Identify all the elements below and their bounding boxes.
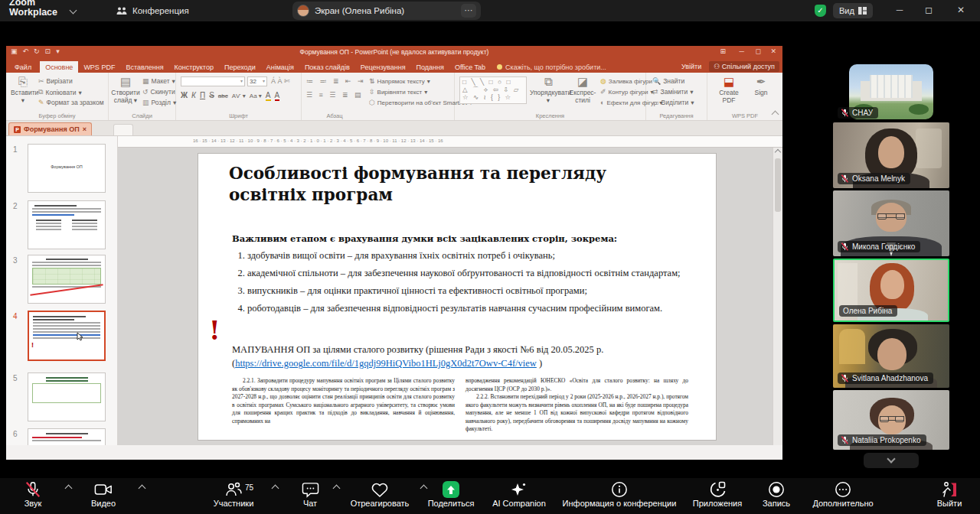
italic-button[interactable]: К xyxy=(191,91,196,99)
select-button[interactable]: ▭Виділити ▾ xyxy=(652,99,694,106)
document-tab[interactable]: P Формування ОП × xyxy=(8,122,92,135)
slide-numbered-list[interactable]: здобувачів вищої освіти – для врахування… xyxy=(232,250,688,320)
sign-button[interactable]: ✒Sign xyxy=(749,75,773,96)
more-button[interactable]: Дополнительно xyxy=(805,480,880,508)
vertical-scrollbar[interactable] xyxy=(773,148,782,445)
tab-home[interactable]: Основне xyxy=(40,61,78,73)
ribbon-options-icon[interactable]: ⊞ xyxy=(720,47,726,55)
font-size-combo[interactable]: ▾32 xyxy=(247,76,267,86)
tab-screen-share[interactable]: Экран (Олена Рибіна) ⋯ xyxy=(292,2,481,20)
tab-review[interactable]: Рецензування xyxy=(355,61,411,73)
tab-design[interactable]: Конструктор xyxy=(169,61,219,73)
scrollbar-thumb[interactable] xyxy=(775,158,781,212)
meeting-info-button[interactable]: Информация о конференции xyxy=(557,480,681,508)
sign-in-button[interactable]: Увійти xyxy=(681,63,701,70)
tab-wps-pdf[interactable]: WPS PDF xyxy=(78,61,120,73)
slide-canvas[interactable]: Особливості формування та перегляду осві… xyxy=(198,153,717,441)
video-options-chevron[interactable] xyxy=(139,485,146,493)
text-direction-button[interactable]: ⇅Напрямок тексту ▾ xyxy=(369,77,430,85)
close-button[interactable]: ✕ xyxy=(948,0,974,21)
reactions-button[interactable]: Отреагировать xyxy=(345,480,415,508)
strikethrough-button[interactable]: S xyxy=(209,91,214,99)
chat-options-chevron[interactable] xyxy=(333,485,341,493)
tab-insert[interactable]: Вставлення xyxy=(120,61,168,73)
ppt-restore-button[interactable]: ◻ xyxy=(756,47,761,55)
participants-button[interactable]: Участники 75 xyxy=(201,480,266,508)
tab-slideshow[interactable]: Показ слайдів xyxy=(299,61,355,73)
format-painter-button[interactable]: ✎Формат за зразком xyxy=(38,99,104,106)
ai-companion-button[interactable]: AI Companion xyxy=(485,480,553,508)
tab-animations[interactable]: Анімація xyxy=(261,61,299,73)
document-tab-close-icon[interactable]: × xyxy=(83,125,87,133)
slide-thumbnail-1[interactable]: Формування ОП xyxy=(28,144,106,193)
quick-styles-button[interactable]: ◪Експрес-стилі xyxy=(567,75,599,104)
video-tile-nataliia[interactable]: Nataliia Prokopenko xyxy=(833,390,949,450)
arrange-button[interactable]: ⧉Упорядкувати▾ xyxy=(530,75,567,104)
bold-button[interactable]: Ж xyxy=(181,91,188,99)
find-button[interactable]: 🔍Знайти xyxy=(652,77,684,85)
tab-file[interactable]: Файл xyxy=(6,61,40,73)
change-case-button[interactable]: Аа ▾ xyxy=(250,93,262,99)
mapping-paragraph[interactable]: МАПУВАННЯ ОП за цілями сталого розвитку … xyxy=(232,343,688,370)
ppt-minimize-button[interactable]: ─ xyxy=(740,47,744,55)
slide-thumbnail-panel[interactable]: 1 Формування ОП 2 3 4 xyxy=(6,136,118,445)
list-indent-buttons[interactable]: ≔ ≕ ≣ ⇤ ⇥ ↕ xyxy=(306,77,376,85)
layout-button[interactable]: ▦Макет ▾ xyxy=(142,77,175,85)
font-name-combo[interactable]: ▾ xyxy=(181,76,245,86)
paste-button[interactable]: ⎘Вставити▾ xyxy=(11,75,35,104)
align-text-button[interactable]: ⇳Вирівняти текст ▾ xyxy=(369,88,427,96)
slide-thumbnail-4-selected[interactable]: ! xyxy=(28,311,106,361)
reset-button[interactable]: ↺Скинути xyxy=(142,88,175,96)
ppt-close-button[interactable]: ✕ xyxy=(770,47,776,55)
horizontal-ruler[interactable]: 16 · 15 · 14 · 13 · 12 · 11 · 10 · 9 · 8… xyxy=(118,136,782,148)
highlight-color-button[interactable]: А xyxy=(266,91,271,101)
create-pdf-button[interactable]: ⬓Create PDF xyxy=(712,75,746,104)
underline-button[interactable]: П xyxy=(200,91,205,99)
drive-link[interactable]: https://drive.google.com/file/d/1gqdj99H… xyxy=(235,358,537,369)
tab-office-tab[interactable]: Office Tab xyxy=(449,61,491,73)
slide-thumbnail-5[interactable] xyxy=(28,372,106,421)
shadow-button[interactable]: abc xyxy=(218,93,228,99)
tell-me-search[interactable]: Скажіть, що потрібно зробити... xyxy=(491,61,612,73)
video-tile-oksana[interactable]: Oksana Melnyk xyxy=(833,122,949,188)
alignment-buttons[interactable]: ☰ ≡ ☰ ≣ ▤ xyxy=(306,91,363,99)
chat-button[interactable]: Чат xyxy=(292,480,328,508)
new-slide-button[interactable]: ▤Створити слайд ▾ xyxy=(110,75,141,104)
slide-thumbnail-2[interactable] xyxy=(28,200,106,249)
slide-thumbnail-3[interactable] xyxy=(28,255,106,304)
section-button[interactable]: ▥Розділ ▾ xyxy=(142,99,176,106)
maximize-button[interactable]: ◻ xyxy=(916,0,942,21)
cut-button[interactable]: ✂Вирізати xyxy=(38,77,73,85)
char-spacing-button[interactable]: АѴ ▾ xyxy=(232,93,246,99)
scroll-up-icon[interactable] xyxy=(775,149,781,155)
copy-button[interactable]: ⧉Копіювати ▾ xyxy=(38,88,82,96)
video-tile-svitlana[interactable]: Svitlana Ahadzhanova xyxy=(833,324,949,388)
minimize-button[interactable]: ─ xyxy=(887,0,913,21)
tab-options-button[interactable]: ⋯ xyxy=(461,4,476,18)
video-tile-snau[interactable]: СНАУ xyxy=(833,64,949,122)
grow-shrink-font-icons[interactable]: А́ А̀ ✄ xyxy=(271,77,290,85)
zoom-workplace-logo[interactable]: Zoom Workplace xyxy=(9,0,67,18)
chevron-down-icon[interactable] xyxy=(70,7,77,15)
audio-button[interactable]: Звук xyxy=(11,480,55,508)
record-button[interactable]: Запись xyxy=(755,480,798,508)
font-format-buttons[interactable]: Ж К П S abc АѴ ▾ Аа ▾ А А xyxy=(181,91,279,101)
slide-thumbnail-6[interactable] xyxy=(28,428,106,445)
font-color-button[interactable]: А xyxy=(275,91,280,101)
scroll-participants-down-button[interactable] xyxy=(864,453,919,468)
shapes-gallery[interactable]: □ ╲ ╲ □ ○ □△ ⌒ ⟡ ⇦ ⇩ ▱☆ ∿ ≀ { } ☆ xyxy=(459,76,527,104)
tab-view[interactable]: Подання xyxy=(411,61,449,73)
share-button[interactable]: ⚇ Спільний доступ xyxy=(709,61,779,72)
apps-button[interactable]: Приложения xyxy=(688,480,747,508)
replace-button[interactable]: ⇄Замінити ▾ xyxy=(652,88,694,96)
new-tab-stub[interactable] xyxy=(113,124,133,135)
slide-intro-text[interactable]: Важливим етапом є врахування думки всіх … xyxy=(232,233,684,244)
audio-options-chevron[interactable] xyxy=(65,485,73,493)
security-shield-icon[interactable]: ✓ xyxy=(815,5,826,17)
participants-options-chevron[interactable] xyxy=(272,485,279,493)
video-tile-mykola[interactable]: Микола Гордієнко xyxy=(833,190,949,256)
tab-transitions[interactable]: Переходи xyxy=(219,61,261,73)
share-screen-button[interactable]: Поделиться xyxy=(423,480,479,508)
tab-meeting[interactable]: Конференция xyxy=(116,0,189,21)
video-button[interactable]: Видео xyxy=(81,480,126,508)
